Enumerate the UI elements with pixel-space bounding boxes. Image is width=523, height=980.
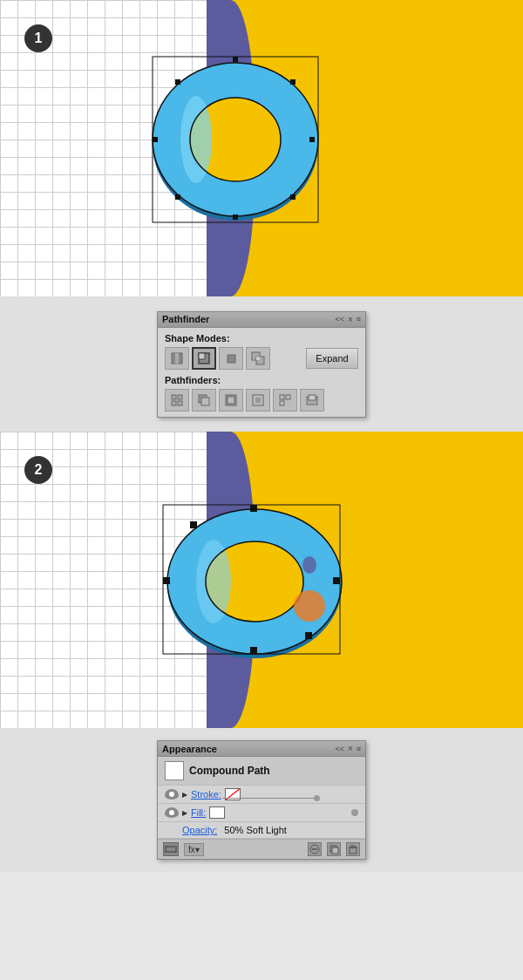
minus-back-btn[interactable] <box>300 389 324 412</box>
compound-path-header: Compound Path <box>158 757 365 786</box>
appearance-panel: Appearance << × ≡ Compound Path ▶ Stroke… <box>157 740 366 860</box>
compound-path-label: Compound Path <box>189 765 270 777</box>
appearance-collapse-arrows[interactable]: << <box>335 745 344 753</box>
appearance-bottom-bar: fx▾ <box>158 839 365 859</box>
subtract-shape-mode[interactable] <box>192 347 216 370</box>
svg-rect-16 <box>175 353 179 364</box>
svg-rect-28 <box>201 398 209 405</box>
opacity-spacer <box>165 825 179 835</box>
appearance-body: Compound Path ▶ Stroke: ▶ Fill: <box>158 757 365 859</box>
fill-row: ▶ Fill: <box>158 804 365 822</box>
appearance-titlebar: Appearance << × ≡ <box>158 741 365 757</box>
svg-rect-59 <box>350 847 357 854</box>
svg-rect-6 <box>153 137 158 142</box>
merge-btn[interactable] <box>219 389 243 412</box>
svg-rect-7 <box>309 137 315 142</box>
svg-rect-42 <box>163 577 170 584</box>
svg-rect-5 <box>233 214 238 220</box>
opacity-row: Opacity: 50% Soft Light <box>158 822 365 839</box>
pathfinder-body: Shape Modes: Expand <box>158 328 365 417</box>
appearance-title: Appearance <box>162 744 217 754</box>
section-2: 2 <box>0 432 523 728</box>
pathfinder-panel: Pathfinder << × ≡ Shape Modes: <box>157 311 366 418</box>
fill-arrow: ▶ <box>182 809 187 817</box>
svg-rect-43 <box>333 577 340 584</box>
pathfinder-titlebar: Pathfinder << × ≡ <box>158 312 365 328</box>
collapse-arrows[interactable]: << <box>335 315 344 323</box>
svg-rect-30 <box>228 397 234 404</box>
titlebar-controls: << × ≡ <box>335 315 361 324</box>
svg-rect-25 <box>172 401 176 405</box>
appearance-close-icon[interactable]: × <box>348 744 353 753</box>
shape-modes-label: Shape Modes: <box>165 333 358 344</box>
svg-rect-33 <box>280 395 284 399</box>
tooltip-connector-dot <box>314 795 320 801</box>
close-icon[interactable]: × <box>348 315 353 324</box>
step-badge-2: 2 <box>24 456 52 484</box>
fill-label[interactable]: Fill: <box>191 807 206 818</box>
opacity-value: 50% Soft Light <box>224 825 287 835</box>
section-1: 1 <box>0 0 523 296</box>
svg-point-41 <box>196 540 231 623</box>
svg-rect-23 <box>172 395 176 399</box>
stroke-arrow: ▶ <box>182 791 187 799</box>
appearance-panel-section: Appearance << × ≡ Compound Path ▶ Stroke… <box>0 728 523 872</box>
svg-rect-58 <box>332 847 338 854</box>
outline-btn[interactable] <box>273 389 297 412</box>
appearance-titlebar-controls: << × ≡ <box>335 744 361 753</box>
svg-rect-22 <box>256 357 260 360</box>
svg-rect-54 <box>166 847 176 852</box>
svg-rect-32 <box>255 398 261 403</box>
tooltip-connector-line <box>222 798 318 799</box>
svg-rect-4 <box>233 57 238 62</box>
add-shape-mode[interactable] <box>165 347 189 370</box>
fill-swatch[interactable] <box>209 806 225 819</box>
appearance-menu-icon[interactable]: ≡ <box>357 745 361 753</box>
shape-modes-row: Expand <box>165 347 358 370</box>
panel-menu-icon[interactable]: ≡ <box>357 315 361 323</box>
divide-btn[interactable] <box>165 389 189 412</box>
svg-rect-44 <box>250 505 257 512</box>
pathfinders-label: Pathfinders: <box>165 375 358 385</box>
opacity-label[interactable]: Opacity: <box>182 825 217 835</box>
pathfinder-panel-section: Pathfinder << × ≡ Shape Modes: <box>0 296 523 432</box>
trash-button[interactable] <box>346 842 360 856</box>
delete-item-button[interactable] <box>308 842 322 856</box>
intersect-shape-mode[interactable] <box>219 347 243 370</box>
svg-point-52 <box>302 556 316 574</box>
svg-point-3 <box>180 96 212 183</box>
compound-path-swatch <box>165 761 184 780</box>
svg-rect-26 <box>178 401 182 405</box>
crop-btn[interactable] <box>246 389 270 412</box>
pathfinder-title: Pathfinder <box>162 314 209 324</box>
svg-rect-18 <box>199 353 205 359</box>
duplicate-item-button[interactable] <box>327 842 341 856</box>
add-stroke-button[interactable] <box>163 842 179 856</box>
svg-point-51 <box>294 590 325 622</box>
expand-button[interactable]: Expand <box>306 348 358 369</box>
svg-rect-24 <box>178 395 182 399</box>
svg-rect-61 <box>351 846 355 847</box>
fill-visibility-eye[interactable] <box>165 807 179 818</box>
svg-rect-45 <box>250 647 257 654</box>
donut-ring-2 <box>157 497 349 663</box>
fx-button[interactable]: fx▾ <box>184 843 204 856</box>
svg-rect-37 <box>309 395 316 400</box>
donut-ring-1 <box>148 52 323 227</box>
svg-rect-34 <box>286 395 290 399</box>
svg-rect-35 <box>280 401 284 405</box>
stroke-row: ▶ Stroke: <box>158 786 365 804</box>
exclude-shape-mode[interactable] <box>246 347 270 370</box>
trim-btn[interactable] <box>192 389 216 412</box>
stroke-visibility-eye[interactable] <box>165 789 179 800</box>
pathfinders-row <box>165 389 358 412</box>
stroke-label[interactable]: Stroke: <box>191 789 221 800</box>
svg-rect-19 <box>228 355 235 363</box>
step-badge-1: 1 <box>24 24 52 52</box>
fill-connector-dot <box>351 809 358 816</box>
